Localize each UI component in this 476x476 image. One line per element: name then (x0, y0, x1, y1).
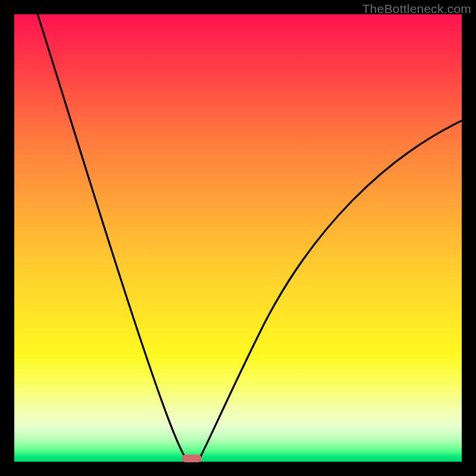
bottleneck-curve (14, 14, 462, 462)
chart-plot-area (14, 14, 462, 462)
curve-left-branch (36, 14, 187, 461)
watermark-text: TheBottleneck.com (362, 2, 471, 16)
curve-right-branch (198, 118, 462, 461)
bottleneck-marker (181, 455, 202, 462)
